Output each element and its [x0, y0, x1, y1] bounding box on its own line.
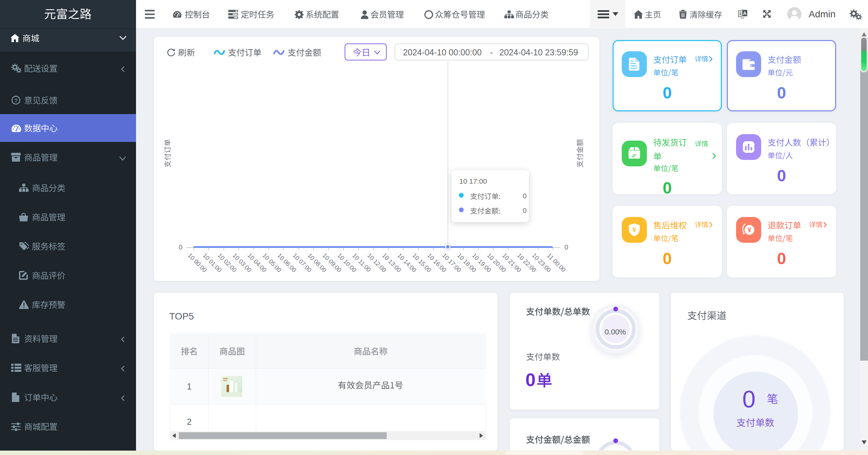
svg-text:¥: ¥ — [633, 226, 636, 233]
svg-text:A: A — [743, 11, 746, 16]
svg-text:?: ? — [14, 97, 17, 103]
svg-text:¥: ¥ — [748, 226, 752, 234]
